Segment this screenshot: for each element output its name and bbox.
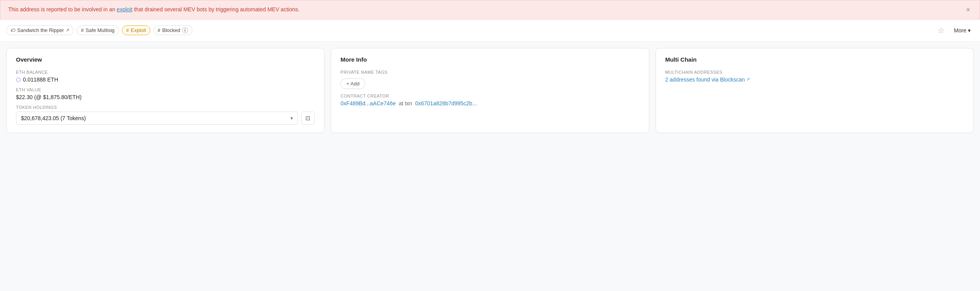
- multi-chain-card: Multi Chain MULTICHAIN ADDRESSES 2 addre…: [656, 48, 974, 133]
- tag-exploit[interactable]: # Exploit: [122, 25, 150, 35]
- tag-blocked-icon: #: [158, 28, 160, 33]
- more-arrow-icon: ▾: [968, 27, 971, 34]
- tag-safe-multisig-label: Safe Multisig: [86, 27, 115, 33]
- tag-blocked[interactable]: # Blocked ℹ: [153, 25, 192, 35]
- tag-blocked-label: Blocked: [162, 27, 180, 33]
- more-button[interactable]: More ▾: [951, 26, 974, 35]
- multichain-addresses-label: MULTICHAIN ADDRESSES: [665, 70, 964, 75]
- contract-creator-value: 0xF489Bd...aACe746e at txn 0x6701a828b7d…: [340, 100, 639, 106]
- tag-safe-multisig[interactable]: # Safe Multisig: [77, 25, 119, 35]
- eth-balance-value: ⬡ 0.011888 ETH: [16, 76, 315, 83]
- more-label: More: [954, 27, 966, 34]
- tag-sandwich-ripper[interactable]: 🏷 Sandwich the Ripper ↗: [6, 25, 74, 35]
- tags-row: 🏷 Sandwich the Ripper ↗ # Safe Multisig …: [0, 20, 980, 42]
- multi-chain-title: Multi Chain: [665, 56, 964, 63]
- token-dropdown[interactable]: $20,678,423.05 (7 Tokens) ▾: [16, 112, 298, 125]
- token-holdings-row: $20,678,423.05 (7 Tokens) ▾ ⊡: [16, 112, 315, 125]
- token-holdings-value: $20,678,423.05 (7 Tokens): [21, 115, 86, 121]
- tag-safe-multisig-icon: #: [81, 28, 84, 33]
- overview-title: Overview: [16, 56, 315, 63]
- eth-diamond-icon: ⬡: [16, 76, 21, 83]
- at-txn-text: at txn: [399, 100, 412, 106]
- creator-address-link[interactable]: 0xF489Bd...aACe746e: [340, 100, 396, 106]
- private-name-tags-label: PRIVATE NAME TAGS: [340, 70, 639, 75]
- multichain-addresses-link[interactable]: 2 addresses found via Blockscan ↗: [665, 76, 750, 83]
- alert-banner: This address is reported to be involved …: [0, 0, 980, 20]
- tag-sandwich-ripper-label: Sandwich the Ripper: [17, 27, 64, 33]
- tag-exploit-icon: #: [126, 28, 129, 33]
- copy-icon: ⊡: [305, 115, 310, 122]
- cards-container: Overview ETH BALANCE ⬡ 0.011888 ETH ETH …: [0, 42, 980, 139]
- token-holdings-label: TOKEN HOLDINGS: [16, 105, 315, 110]
- add-tag-button[interactable]: + Add: [340, 78, 365, 89]
- external-link-icon: ↗: [746, 77, 750, 82]
- more-info-card: More Info PRIVATE NAME TAGS + Add CONTRA…: [331, 48, 649, 133]
- txn-hash-link[interactable]: 0x6701a828b7d995c2b...: [415, 100, 477, 106]
- eth-balance-label: ETH BALANCE: [16, 70, 315, 75]
- alert-close-button[interactable]: ×: [964, 6, 972, 13]
- multichain-addresses-text: 2 addresses found via Blockscan: [665, 76, 745, 83]
- external-link-icon: ↗: [66, 28, 69, 33]
- alert-text: This address is reported to be involved …: [8, 6, 300, 14]
- tag-exploit-label: Exploit: [131, 27, 146, 33]
- dropdown-arrow-icon: ▾: [291, 115, 293, 121]
- eth-value: $22.30 (@ $1,875.80/ETH): [16, 94, 315, 100]
- eth-value-label: ETH VALUE: [16, 87, 315, 92]
- alert-exploit-link[interactable]: exploit: [117, 6, 132, 12]
- overview-card: Overview ETH BALANCE ⬡ 0.011888 ETH ETH …: [6, 48, 324, 133]
- info-icon: ℹ: [182, 27, 188, 33]
- tag-sandwich-ripper-icon: 🏷: [11, 28, 15, 33]
- contract-creator-label: CONTRACT CREATOR: [340, 94, 639, 98]
- token-copy-button[interactable]: ⊡: [301, 112, 315, 125]
- more-info-title: More Info: [340, 56, 639, 63]
- star-button[interactable]: ☆: [934, 24, 948, 37]
